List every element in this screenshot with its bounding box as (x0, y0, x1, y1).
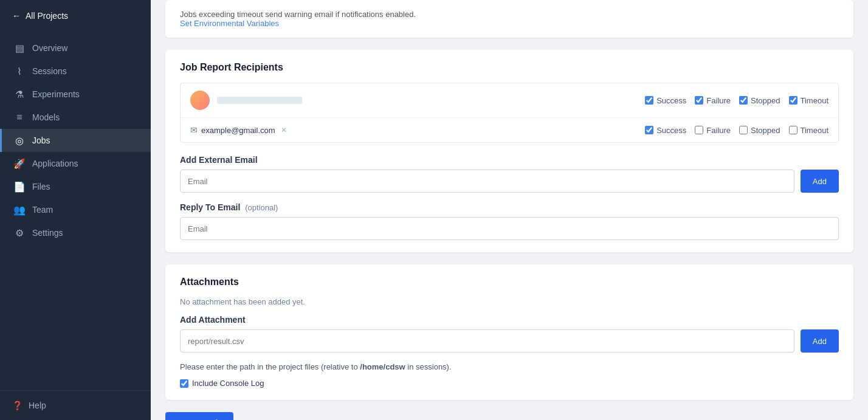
recipient-row-1: Success Failure Stopped Timeout (181, 83, 838, 118)
sidebar-item-sessions[interactable]: ⌇ Sessions (0, 60, 151, 83)
timeout-note-text: Jobs exceeding timeout send warning emai… (180, 10, 416, 19)
add-attachment-row: Add (180, 329, 839, 353)
checkbox-failure-2[interactable]: Failure (695, 126, 731, 135)
sidebar-item-label: Jobs (32, 136, 50, 145)
recipient-1-checkboxes: Success Failure Stopped Timeout (645, 96, 828, 105)
checkbox-stopped-1-input[interactable] (739, 96, 748, 105)
sessions-icon: ⌇ (14, 66, 25, 77)
recipient-email-text: example@gmail.com (201, 126, 275, 135)
email-icon: ✉ (190, 125, 198, 135)
files-icon: 📄 (14, 181, 25, 192)
create-job-button[interactable]: Create Job (165, 412, 233, 420)
back-label: All Projects (26, 11, 68, 21)
attachment-input[interactable] (180, 329, 794, 353)
sidebar-item-label: Files (32, 182, 50, 191)
email-input[interactable] (180, 170, 794, 193)
sidebar-item-jobs[interactable]: ◎ Jobs (0, 129, 151, 152)
add-attachment-button[interactable]: Add (801, 329, 839, 353)
sidebar-item-label: Overview (32, 43, 67, 53)
models-icon: ≡ (14, 112, 25, 123)
recipient-avatar-1 (190, 91, 210, 110)
add-attachment-label: Add Attachment (180, 315, 839, 325)
sidebar-nav: ▤ Overview ⌇ Sessions ⚗ Experiments ≡ Mo… (0, 32, 151, 390)
overview-icon: ▤ (14, 43, 25, 53)
recipient-email-wrap: ✉ example@gmail.com ✕ (190, 125, 300, 135)
attachment-hint: Please enter the path in the project fil… (180, 362, 839, 371)
checkbox-success-1-input[interactable] (645, 96, 653, 105)
sidebar-item-files[interactable]: 📄 Files (0, 175, 151, 198)
checkbox-failure-1[interactable]: Failure (695, 96, 731, 105)
settings-icon: ⚙ (14, 227, 25, 238)
back-arrow-icon: ← (12, 11, 21, 21)
checkbox-timeout-2-input[interactable] (789, 126, 797, 134)
checkbox-success-2-input[interactable] (645, 126, 653, 134)
checkbox-success-1[interactable]: Success (645, 96, 686, 105)
help-label: Help (29, 401, 46, 410)
sidebar-item-label: Settings (32, 228, 63, 238)
sidebar-item-label: Applications (32, 159, 78, 168)
jobs-icon: ◎ (14, 135, 25, 146)
add-email-row: Add (180, 170, 839, 193)
include-log-checkbox[interactable] (180, 379, 188, 388)
sidebar-item-label: Models (32, 112, 60, 122)
sidebar-item-settings[interactable]: ⚙ Settings (0, 221, 151, 244)
sidebar-item-models[interactable]: ≡ Models (0, 106, 151, 129)
checkbox-stopped-2-input[interactable] (739, 126, 748, 134)
checkbox-success-2[interactable]: Success (645, 126, 686, 135)
add-email-button[interactable]: Add (801, 170, 839, 193)
team-icon: 👥 (14, 204, 25, 215)
recipients-box: Success Failure Stopped Timeout (180, 83, 839, 143)
checkbox-failure-2-input[interactable] (695, 126, 703, 134)
checkbox-stopped-1[interactable]: Stopped (739, 96, 780, 105)
checkbox-failure-1-input[interactable] (695, 96, 703, 105)
sidebar-item-applications[interactable]: 🚀 Applications (0, 152, 151, 175)
include-log-text: Include Console Log (192, 379, 264, 388)
checkbox-timeout-1[interactable]: Timeout (789, 96, 828, 105)
sidebar-item-label: Experiments (32, 89, 80, 99)
sidebar-item-experiments[interactable]: ⚗ Experiments (0, 83, 151, 106)
checkbox-timeout-1-input[interactable] (789, 96, 797, 105)
timeout-note: Jobs exceeding timeout send warning emai… (165, 0, 853, 38)
attachments-title: Attachments (180, 277, 839, 287)
set-env-vars-link[interactable]: Set Environmental Variables (180, 19, 279, 28)
recipient-row-2: ✉ example@gmail.com ✕ Success Failure (181, 118, 838, 142)
attachment-path: /home/cdsw (360, 362, 405, 371)
attachments-section: Attachments No attachment has been added… (165, 264, 853, 400)
experiments-icon: ⚗ (14, 89, 25, 100)
no-attachment-text: No attachment has been added yet. (180, 297, 839, 306)
help-button[interactable]: ❓ Help (12, 401, 139, 410)
sidebar-item-label: Team (32, 205, 53, 215)
applications-icon: 🚀 (14, 158, 25, 169)
checkbox-stopped-2[interactable]: Stopped (739, 126, 780, 135)
reply-to-section: Reply To Email (optional) (180, 202, 839, 240)
reply-to-input[interactable] (180, 217, 839, 240)
add-email-label: Add External Email (180, 155, 839, 165)
back-button[interactable]: ← All Projects (0, 0, 151, 32)
checkbox-timeout-2[interactable]: Timeout (789, 126, 828, 135)
sidebar-footer: ❓ Help (0, 390, 151, 420)
remove-email-button[interactable]: ✕ (279, 125, 289, 135)
recipient-2-checkboxes: Success Failure Stopped Timeout (645, 126, 828, 135)
include-log-label[interactable]: Include Console Log (180, 379, 839, 388)
sidebar-item-overview[interactable]: ▤ Overview (0, 36, 151, 60)
sidebar-item-label: Sessions (32, 66, 67, 76)
job-report-title: Job Report Recipients (180, 62, 839, 73)
sidebar-item-team[interactable]: 👥 Team (0, 198, 151, 221)
sidebar: ← All Projects ▤ Overview ⌇ Sessions ⚗ E… (0, 0, 151, 420)
help-icon: ❓ (12, 401, 22, 410)
job-report-section: Job Report Recipients Success Failure (165, 50, 853, 252)
main-content: Jobs exceeding timeout send warning emai… (151, 0, 868, 420)
reply-to-label: Reply To Email (optional) (180, 202, 839, 212)
recipient-name-blurred (217, 97, 302, 104)
